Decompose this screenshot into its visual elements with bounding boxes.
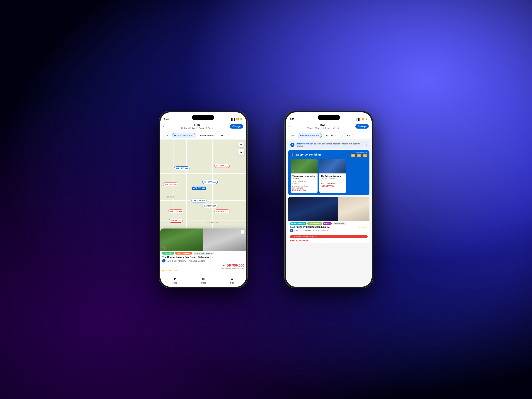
- saleprise-icon: 📍: [291, 153, 294, 156]
- hotel-name: The Crystal Luxury Bay Resort Balangan: [162, 256, 209, 259]
- close-button[interactable]: ✕: [241, 230, 245, 234]
- phone-2: 9:41 ▌▌▌ 🛜 🔋 ‹ Bali 20 Aug - 22 Aug · 1 …: [285, 111, 373, 288]
- hotel-rating-small-1: ★★★★★: [292, 183, 316, 184]
- location-button[interactable]: ⊕: [238, 141, 244, 147]
- hotel-large-price: IDR 2.000.000: [288, 239, 369, 243]
- timer-sep1: ·: [356, 154, 356, 157]
- badge-sertifikat: Perlu Sertifikat: [332, 222, 346, 225]
- nav-star[interactable]: ★ Star: [230, 277, 234, 284]
- hotel-large-stars: ★★★★★: [358, 226, 367, 228]
- change-button-2[interactable]: Change: [355, 124, 369, 129]
- back-button-2[interactable]: ‹: [289, 125, 290, 128]
- hotel-card-small-2[interactable]: The Fairmont Jakarta Menteng, Jakarta P.…: [319, 159, 346, 193]
- preferred-banner[interactable]: ★ Preferred Partner: selected and truste…: [288, 141, 369, 149]
- hotel-name-small-2: The Fairmont Jakarta: [321, 175, 345, 177]
- wifi-icon: 🛜: [236, 118, 239, 120]
- rating-circle-large: ●: [290, 229, 293, 232]
- hotel-card-body-1: The Apurva Kempinski, Jakarta Tebet, Jak…: [291, 173, 317, 193]
- chip-all-1[interactable]: All: [163, 133, 171, 138]
- stars-2: ★★★★: [321, 180, 326, 182]
- rating-text-1: 4.5/s (1.783 Reviews): [292, 185, 316, 187]
- chip-all-2[interactable]: All: [289, 133, 296, 138]
- hotel-name-row: The Crystal Luxury Bay Resort Balangan ★…: [160, 255, 246, 259]
- saleprise-section: 📍 Saleprise Sembilan Berakhir dalam 00 ·…: [288, 150, 369, 195]
- price-pin-selected[interactable]: ● IDR 999.000: [191, 187, 206, 190]
- price-sale-2: IDR 850.000: [321, 184, 345, 187]
- preferred-icon: ★: [290, 143, 294, 147]
- phone2-header: ‹ Bali 20 Aug - 22 Aug · 1 Room · 1 Gues…: [286, 121, 372, 132]
- header-title-2: Bali: [307, 123, 339, 127]
- phone2-scrollable[interactable]: ★ Preferred Partner: selected and truste…: [286, 140, 372, 287]
- back-button-1[interactable]: ‹: [163, 125, 165, 128]
- price-pin-1[interactable]: IDR 1.230.000: [174, 166, 190, 170]
- hotel-price: IDR 999.000: [226, 264, 244, 267]
- price-pin-8[interactable]: IDR 1.050.000: [215, 209, 230, 213]
- price-pin-4[interactable]: IDR 1.050.000: [203, 180, 218, 184]
- price-pin-3[interactable]: IDR 2.750.000: [163, 183, 178, 186]
- hotel-card-small-1[interactable]: 🌴 The Apurva Kempinski, Jakarta Tebet, J…: [291, 159, 317, 193]
- hotel-cards-row: 🌴 The Apurva Kempinski, Jakarta Tebet, J…: [288, 159, 369, 195]
- price-pin-5[interactable]: IDR 2.750.000: [191, 199, 207, 203]
- price-pin-7[interactable]: IDR 360.000: [169, 219, 183, 223]
- badge-cancel: Gratis Pembatalan: [175, 252, 192, 254]
- hotel-large-img-right: [338, 197, 369, 221]
- stars-1: ★★★★★: [292, 183, 299, 184]
- price-pin-full[interactable]: Kamar Penuh: [203, 204, 218, 208]
- chip-breakfast-2[interactable]: Free Breakfast: [323, 133, 343, 138]
- nav-price[interactable]: ⊞ Price: [201, 277, 206, 284]
- wifi-icon-2: 🛜: [362, 118, 364, 120]
- map-area[interactable]: IDR 1.230.000 IDR 1.050.000 IDR 2.750.00…: [160, 140, 246, 274]
- chip-preferred-2[interactable]: Preferred Partner: [298, 133, 322, 138]
- rating-text-2: 4.5/s (1.783 Reviews): [321, 183, 345, 184]
- dynamic-island-1: [192, 115, 214, 120]
- chip-more-2[interactable]: Fre...: [344, 133, 354, 138]
- chip-dot-2: [300, 135, 301, 136]
- hotel-card-popup[interactable]: ✕ 🌴 tIket CLEAN: [160, 228, 246, 274]
- hotel-card-large[interactable]: Free Cancellation Swimming Pool Bathtub …: [288, 197, 369, 243]
- timer-minutes: 56: [357, 154, 361, 157]
- hotel-rating: 4.5: [166, 260, 169, 262]
- hotel-rating-small-2: ★★★★: [321, 180, 345, 182]
- hotel-image-2: [203, 228, 246, 251]
- chip-more-1[interactable]: Fre...: [219, 133, 228, 138]
- status-time-1: 9:41: [164, 118, 169, 120]
- battery-icon: 🔋: [240, 118, 242, 120]
- nav-star-label: Star: [230, 282, 234, 284]
- change-button-1[interactable]: Change: [230, 124, 243, 129]
- chip-breakfast-1[interactable]: Free Breakfast: [198, 133, 217, 138]
- hotel-stars: ★★: [210, 256, 213, 258]
- filter-icon: ▼: [173, 277, 177, 281]
- hotel-reviews: (: [172, 260, 173, 262]
- badge-bathtub: Bathtub: [323, 222, 332, 225]
- hotel-badges: tIket CLEAN Gratis Pembatalan Bayar di H…: [160, 251, 246, 255]
- hotel-card-body-2: The Fairmont Jakarta Menteng, Jakarta P.…: [319, 173, 346, 188]
- hotel-name-small-1: The Apurva Kempinski, Jakarta: [292, 175, 316, 180]
- bottom-nav-1: ▼ Filter ⊞ Price ★ Star: [160, 274, 246, 287]
- saleprise-header: 📍 Saleprise Sembilan Berakhir dalam 00 ·…: [288, 150, 369, 159]
- chip-dot-1: [174, 135, 176, 136]
- price-pin-6[interactable]: IDR 1.050.000: [168, 209, 184, 213]
- status-time-2: 9:41: [290, 118, 294, 120]
- nav-price-label: Price: [201, 282, 206, 284]
- saleprise-badge-icon: 📍: [291, 236, 293, 238]
- timer-digits: 00 · 56 · 19: [351, 154, 367, 157]
- chip-preferred-1[interactable]: Preferred Partner: [172, 133, 196, 138]
- menu-button[interactable]: ☰: [238, 149, 244, 155]
- nav-filter-label: Filter: [172, 282, 177, 284]
- hotel-price-sub: /kamar/malam (termasuk pajak): [160, 268, 246, 270]
- price-pin-2[interactable]: IDR 1.050.000: [215, 164, 230, 168]
- map-label-airport: ✈ CGK Airport: [208, 222, 218, 223]
- header-subtitle-1: 20 Aug - 22 Aug · 1 Room · 1 Guest: [181, 127, 213, 129]
- status-icons-1: ▌▌▌ 🛜 🔋: [231, 118, 242, 120]
- nav-filter[interactable]: ▼ Filter: [172, 277, 177, 284]
- signal-icon: ▌▌▌: [231, 118, 235, 120]
- hotel-large-rating: ● 4.5/s (1.538 Review) · Cidadap, Bandun…: [290, 229, 367, 232]
- phone-1: 9:41 ▌▌▌ 🛜 🔋 ‹ Bali 20 Aug - 22 Aug · 1 …: [159, 111, 247, 288]
- badge-pool: Swimming Pool: [307, 222, 322, 225]
- star-icon: ★: [230, 277, 234, 281]
- hotel-card-img-1: 🌴: [291, 159, 317, 173]
- hotel-large-badges: Free Cancellation Swimming Pool Bathtub …: [288, 221, 369, 226]
- phone1-header: ‹ Bali 20 Aug - 22 Aug · 1 Room · 1 Gues…: [160, 121, 246, 132]
- hotel-loc-small-1: Tebet, Jakarta Sela...: [292, 180, 316, 182]
- hotel-image-1: 🌴: [160, 228, 203, 251]
